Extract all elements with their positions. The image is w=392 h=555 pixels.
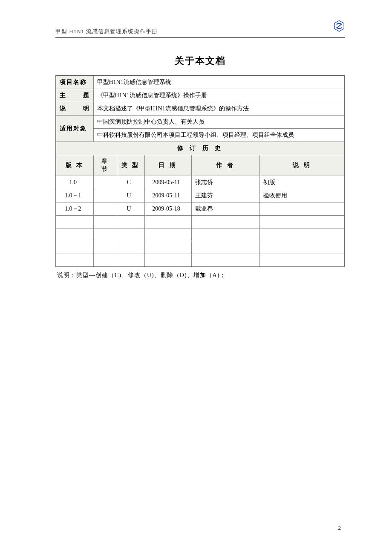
cell-version (56, 216, 93, 228)
cell-chapter (93, 228, 117, 241)
cell-version: 1.0 (56, 176, 93, 189)
cell-date (144, 254, 191, 267)
cell-version (56, 241, 93, 254)
cell-date (144, 216, 191, 228)
cell-chapter (93, 189, 117, 202)
value-description: 本文档描述了《甲型H1N1流感信息管理系统》的操作方法 (93, 102, 345, 116)
col-version: 版 本 (56, 155, 93, 176)
table-row (56, 228, 345, 241)
col-note: 说 明 (259, 155, 345, 176)
row-description: 说 明 本文档描述了《甲型H1N1流感信息管理系统》的操作方法 (56, 102, 345, 116)
table-row (56, 254, 345, 267)
cell-chapter (93, 216, 117, 228)
col-chapter: 章 节 (93, 155, 117, 176)
value-project-name: 甲型H1N1流感信息管理系统 (93, 75, 345, 89)
cell-type: C (117, 176, 144, 189)
page-number: 2 (338, 525, 341, 532)
cell-author: 戴亚春 (191, 202, 259, 216)
cell-note: 验收使用 (259, 189, 345, 202)
cell-chapter (93, 202, 117, 216)
cell-note (259, 241, 345, 254)
cell-note (259, 202, 345, 216)
cell-chapter (93, 241, 117, 254)
document-meta-table: 项目名称 甲型H1N1流感信息管理系统 主 题 《甲型H1N1流感信息管理系统》… (55, 75, 345, 267)
cell-author: 张志侨 (191, 176, 259, 189)
row-revision-header: 修 订 历 史 (56, 142, 345, 155)
label-audience: 适用对象 (56, 116, 93, 142)
cell-type (117, 254, 144, 267)
col-author: 作 者 (191, 155, 259, 176)
cell-type (117, 241, 144, 254)
cell-author (191, 254, 259, 267)
company-logo-icon (333, 20, 345, 32)
type-legend-note: 说明：类型—创建（C)、修改（U)、删除（D)、增加（A)； (55, 272, 345, 279)
cell-type: U (117, 202, 144, 216)
doc-title: 关于本文档 (55, 55, 345, 67)
table-row: 1.0－2 U 2009-05-18 戴亚春 (56, 202, 345, 216)
row-audience-2: 中科软科技股份有限公司本项目工程领导小组、项目经理、项目组全体成员 (56, 129, 345, 142)
value-subject: 《甲型H1N1流感信息管理系统》操作手册 (93, 89, 345, 102)
cell-author (191, 228, 259, 241)
cell-version (56, 228, 93, 241)
row-subject: 主 题 《甲型H1N1流感信息管理系统》操作手册 (56, 89, 345, 102)
cell-chapter (93, 176, 117, 189)
table-row (56, 241, 345, 254)
cell-note (259, 228, 345, 241)
cell-type: U (117, 189, 144, 202)
cell-author: 王建芬 (191, 189, 259, 202)
row-audience-1: 适用对象 中国疾病预防控制中心负责人、有关人员 (56, 116, 345, 129)
cell-note (259, 254, 345, 267)
cell-date (144, 228, 191, 241)
cell-author (191, 216, 259, 228)
revision-title: 修 订 历 史 (56, 142, 345, 155)
cell-chapter (93, 254, 117, 267)
row-column-headers: 版 本 章 节 类 型 日 期 作 者 说 明 (56, 155, 345, 176)
cell-date: 2009-05-18 (144, 202, 191, 216)
cell-date (144, 241, 191, 254)
cell-type (117, 228, 144, 241)
cell-date: 2009-05-11 (144, 176, 191, 189)
table-row: 1.0 C 2009-05-11 张志侨 初版 (56, 176, 345, 189)
header-title: 甲型 H1N1 流感信息管理系统操作手册 (55, 28, 158, 35)
col-type: 类 型 (117, 155, 144, 176)
row-project-name: 项目名称 甲型H1N1流感信息管理系统 (56, 75, 345, 89)
cell-note: 初版 (259, 176, 345, 189)
col-date: 日 期 (144, 155, 191, 176)
table-row: 1.0－1 U 2009-05-11 王建芬 验收使用 (56, 189, 345, 202)
cell-version: 1.0－1 (56, 189, 93, 202)
value-audience-2: 中科软科技股份有限公司本项目工程领导小组、项目经理、项目组全体成员 (93, 129, 345, 142)
label-project-name: 项目名称 (56, 75, 93, 89)
cell-version: 1.0－2 (56, 202, 93, 216)
cell-version (56, 254, 93, 267)
label-description: 说 明 (56, 102, 93, 116)
label-subject: 主 题 (56, 89, 93, 102)
cell-note (259, 216, 345, 228)
page-header: 甲型 H1N1 流感信息管理系统操作手册 (55, 23, 345, 38)
value-audience-1: 中国疾病预防控制中心负责人、有关人员 (93, 116, 345, 129)
cell-type (117, 216, 144, 228)
cell-date: 2009-05-11 (144, 189, 191, 202)
cell-author (191, 241, 259, 254)
table-row (56, 216, 345, 228)
